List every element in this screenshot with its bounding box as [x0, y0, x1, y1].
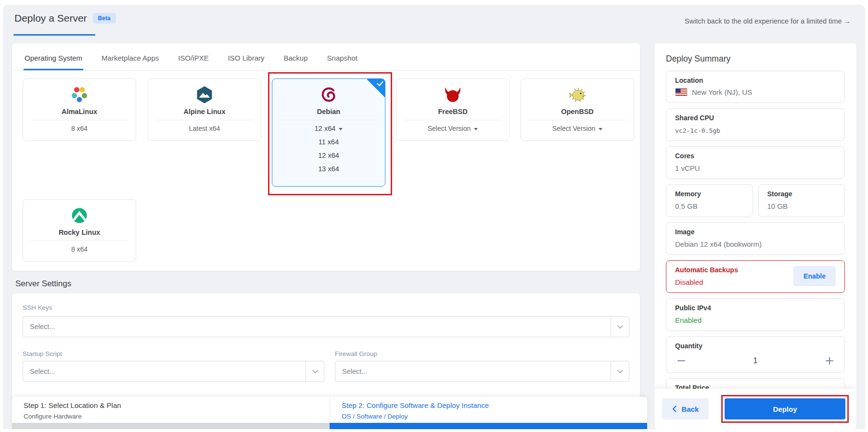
enable-backups-button[interactable]: Enable	[793, 266, 836, 286]
quantity-decrease-button[interactable]	[676, 356, 687, 366]
step-2-title: Step 2: Configure Software & Deploy Inst…	[342, 401, 647, 409]
os-card-alpine-linux[interactable]: Alpine Linux Latest x64	[148, 78, 261, 141]
step-1-subtitle: Configure Hardware	[24, 413, 330, 420]
beta-badge: Beta	[93, 13, 116, 24]
rocky-linux-logo-icon	[23, 206, 136, 225]
os-name: AlmaLinux	[23, 108, 136, 115]
os-version[interactable]: Latest x64	[148, 125, 261, 132]
quantity-value: 1	[753, 356, 758, 365]
firewall-group-select[interactable]: Select...	[335, 361, 629, 382]
server-settings-panel: SSH Keys Select... Startup Script Select…	[12, 293, 640, 399]
os-version[interactable]: 8 x64	[23, 245, 136, 253]
chevron-down-icon	[611, 361, 629, 381]
plan-value: vc2-1c-0.5gb	[675, 127, 836, 134]
page-title: Deploy a Server	[14, 13, 87, 24]
storage-value: 10 GB	[767, 202, 836, 210]
ipv4-status: Enabled	[675, 316, 836, 324]
freebsd-logo-icon	[396, 85, 509, 104]
tab-marketplace-apps[interactable]: Marketplace Apps	[101, 54, 160, 70]
tab-iso-library[interactable]: ISO Library	[227, 54, 266, 70]
annotation-box-deploy: Deploy	[721, 395, 849, 423]
startup-script-select[interactable]: Select...	[23, 361, 324, 382]
alpine-logo-icon	[148, 85, 261, 104]
sidebar-footer: Back Deploy	[654, 389, 856, 429]
quantity-increase-button[interactable]	[824, 356, 835, 366]
os-version[interactable]: 8 x64	[23, 125, 136, 132]
cores-value: 1 vCPU	[675, 164, 836, 172]
os-tabs: Operating System Marketplace Apps ISO/iP…	[12, 43, 640, 71]
summary-location-card: Location New York (NJ), US	[666, 71, 845, 103]
summary-plan-card: Shared CPU vc2-1c-0.5gb	[666, 108, 845, 141]
tab-snapshot[interactable]: Snapshot	[326, 54, 358, 70]
os-card-freebsd[interactable]: FreeBSD Select Version	[396, 78, 510, 141]
back-button[interactable]: Back	[662, 398, 709, 419]
tab-operating-system[interactable]: Operating System	[24, 54, 83, 70]
summary-storage-card: Storage 10 GB	[758, 184, 845, 217]
deploy-button[interactable]: Deploy	[725, 398, 845, 419]
ssh-keys-select[interactable]: Select...	[23, 316, 629, 337]
almalinux-logo-icon	[23, 85, 136, 104]
plus-icon	[826, 357, 833, 365]
step-1-title: Step 1: Select Location & Plan	[24, 401, 330, 409]
ssh-keys-label: SSH Keys	[23, 304, 52, 311]
deploy-summary-heading: Deploy Summary	[666, 54, 845, 64]
tab-iso-ipxe[interactable]: ISO/iPXE	[177, 54, 209, 70]
annotation-box-debian	[268, 72, 392, 195]
firewall-group-label: Firewall Group	[335, 350, 377, 357]
switch-old-experience-link[interactable]: Switch back to the old experience for a …	[685, 17, 851, 25]
openbsd-version-select[interactable]: Select Version	[521, 125, 634, 132]
deploy-summary-panel: Deploy Summary Location	[654, 43, 856, 429]
summary-memory-card: Memory 0.5 GB	[666, 184, 753, 217]
summary-cores-card: Cores 1 vCPU	[666, 146, 845, 179]
us-flag-icon	[675, 88, 688, 96]
page: Deploy a Server Beta Switch back to the …	[3, 5, 865, 429]
chevron-down-icon	[611, 317, 629, 337]
step-progress-bar	[12, 423, 647, 429]
steps-bar: Step 1: Select Location & Plan Configure…	[12, 397, 647, 429]
os-card-rocky-linux[interactable]: Rocky Linux 8 x64	[23, 199, 136, 262]
image-value: Debian 12 x64 (bookworm)	[675, 240, 836, 248]
tab-backup[interactable]: Backup	[283, 54, 309, 70]
step-2-subtitle: OS / Software / Deploy	[342, 413, 647, 420]
startup-script-label: Startup Script	[23, 350, 62, 357]
backups-status: Disabled	[675, 278, 738, 286]
os-name: Rocky Linux	[23, 229, 136, 236]
summary-image-card: Image Debian 12 x64 (bookworm)	[666, 222, 845, 255]
summary-backups-card: Automatic Backups Disabled Enable	[666, 260, 845, 293]
location-value: New York (NJ), US	[692, 88, 752, 96]
freebsd-version-select[interactable]: Select Version	[396, 125, 509, 132]
step-2-progress	[330, 423, 647, 429]
caret-down-icon	[599, 128, 602, 130]
minus-icon	[677, 360, 685, 362]
os-card-openbsd[interactable]: OpenBSD Select Version	[521, 78, 634, 141]
summary-quantity-card: Quantity 1	[666, 336, 845, 373]
os-card-almalinux[interactable]: AlmaLinux 8 x64	[23, 78, 136, 141]
os-name: FreeBSD	[396, 108, 509, 115]
openbsd-logo-icon	[521, 85, 634, 104]
os-name: OpenBSD	[521, 108, 634, 115]
chevron-left-icon	[672, 406, 677, 412]
server-settings-heading: Server Settings	[15, 279, 71, 289]
summary-ipv4-card: Public IPv4 Enabled	[666, 298, 845, 331]
os-name: Alpine Linux	[148, 108, 261, 115]
memory-value: 0.5 GB	[675, 202, 744, 210]
step-1-progress	[12, 423, 330, 429]
title-underline	[13, 34, 95, 36]
caret-down-icon	[474, 128, 478, 130]
chevron-down-icon	[306, 361, 324, 381]
